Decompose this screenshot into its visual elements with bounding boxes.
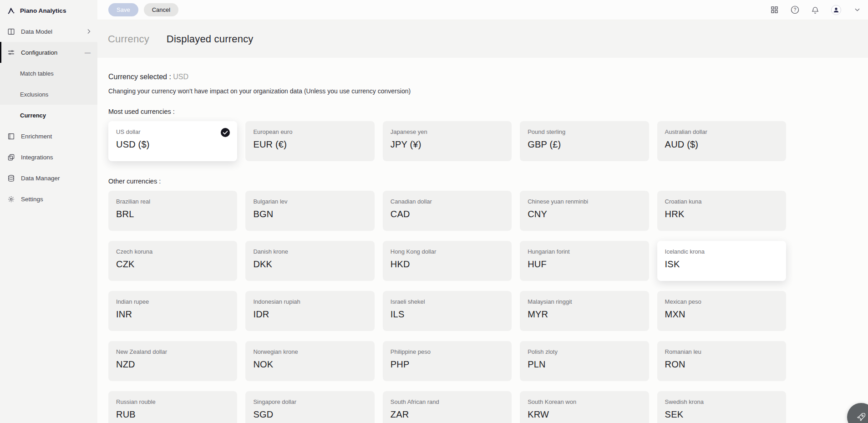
sidebar-item-label: Integrations xyxy=(21,154,53,161)
currency-card[interactable]: Bulgarian lev BGN xyxy=(245,191,374,231)
currency-card[interactable]: Canadian dollar CAD xyxy=(383,191,512,231)
sidebar-item-label: Data Model xyxy=(21,28,52,35)
sliders-icon xyxy=(7,49,15,56)
content: Currency selected : USD Changing your cu… xyxy=(97,58,868,423)
currency-code-label: HKD xyxy=(391,259,504,270)
currency-card[interactable]: Croatian kuna HRK xyxy=(657,191,786,231)
currency-name-label: Romanian leu xyxy=(665,348,779,355)
currency-card[interactable]: Mexican peso MXN xyxy=(657,291,786,331)
currency-card[interactable]: Icelandic krona ISK xyxy=(657,241,786,281)
sidebar-item-label: Settings xyxy=(21,196,43,203)
panel-icon xyxy=(7,133,15,140)
currency-card[interactable]: Israeli shekel ILS xyxy=(383,291,512,331)
currency-card[interactable]: Japanese yen JPY (¥) xyxy=(383,121,512,161)
sidebar-item-integrations[interactable]: Integrations xyxy=(0,147,97,168)
currency-card[interactable]: Norwegian krone NOK xyxy=(245,341,374,381)
currency-code-label: NOK xyxy=(253,359,367,370)
most-used-grid: US dollar USD ($) European euro EUR (€) … xyxy=(108,121,786,161)
currency-name-label: Icelandic krona xyxy=(665,248,779,255)
currency-card[interactable]: South African rand ZAR xyxy=(383,391,512,423)
currency-code-label: RUB xyxy=(116,409,230,420)
currency-code-label: ZAR xyxy=(391,409,504,420)
cancel-button[interactable]: Cancel xyxy=(144,3,178,16)
currency-name-label: Pound sterling xyxy=(528,128,641,135)
currency-code-label: MXN xyxy=(665,309,779,320)
currency-card[interactable]: Hong Kong dollar HKD xyxy=(383,241,512,281)
currency-code-label: ILS xyxy=(391,309,504,320)
sidebar-item-currency[interactable]: Currency xyxy=(0,105,97,126)
tab-displayed-currency[interactable]: Displayed currency xyxy=(167,33,254,45)
currency-code-label: PHP xyxy=(391,359,504,370)
currency-code-label: AUD ($) xyxy=(665,139,779,150)
currency-card[interactable]: South Korean won KRW xyxy=(520,391,649,423)
currency-card[interactable]: Swedish krona SEK xyxy=(657,391,786,423)
save-button[interactable]: Save xyxy=(108,3,138,16)
currency-name-label: Czech koruna xyxy=(116,248,230,255)
currency-card[interactable]: Australian dollar AUD ($) xyxy=(657,121,786,161)
tab-bar: Currency Displayed currency xyxy=(97,20,868,58)
gear-icon xyxy=(7,195,15,203)
other-currencies-label: Other currencies : xyxy=(108,178,786,185)
sidebar-item-data-model[interactable]: Data Model xyxy=(0,21,97,42)
currency-code-label: NZD xyxy=(116,359,230,370)
currency-name-label: Norwegian krone xyxy=(253,348,367,355)
currency-name-label: US dollar xyxy=(116,128,230,135)
currency-card[interactable]: Malaysian ringgit MYR xyxy=(520,291,649,331)
currency-name-label: Mexican peso xyxy=(665,298,779,305)
sidebar-item-label: Configuration xyxy=(21,49,57,56)
currency-card[interactable]: Polish zloty PLN xyxy=(520,341,649,381)
help-icon[interactable]: ? xyxy=(790,5,799,15)
currency-card[interactable]: Singapore dollar SGD xyxy=(245,391,374,423)
currency-card[interactable]: Philippine peso PHP xyxy=(383,341,512,381)
topbar: Save Cancel ? xyxy=(97,0,868,20)
sidebar-item-match-tables[interactable]: Match tables xyxy=(0,63,97,84)
notifications-bell-icon[interactable] xyxy=(811,5,820,15)
currency-name-label: Swedish krona xyxy=(665,398,779,405)
currency-card[interactable]: Pound sterling GBP (£) xyxy=(520,121,649,161)
chevron-down-icon[interactable] xyxy=(853,5,862,15)
currency-card[interactable]: Chinese yuan renminbi CNY xyxy=(520,191,649,231)
currency-name-label: Philippine peso xyxy=(391,348,504,355)
svg-text:?: ? xyxy=(793,7,796,12)
currency-name-label: Indian rupee xyxy=(116,298,230,305)
apps-grid-icon[interactable] xyxy=(770,5,779,15)
currency-name-label: Singapore dollar xyxy=(253,398,367,405)
currency-name-label: Croatian kuna xyxy=(665,198,779,205)
currency-name-label: Chinese yuan renminbi xyxy=(528,198,641,205)
app-title: Piano Analytics xyxy=(20,7,66,14)
sidebar-item-enrichment[interactable]: Enrichment xyxy=(0,126,97,147)
currency-selected-label: Currency selected : xyxy=(108,73,171,81)
currency-code-label: EUR (€) xyxy=(253,139,367,150)
sidebar-item-data-manager[interactable]: Data Manager xyxy=(0,168,97,189)
currency-code-label: CNY xyxy=(528,209,641,219)
currency-card[interactable]: European euro EUR (€) xyxy=(245,121,374,161)
tab-currency[interactable]: Currency xyxy=(108,33,149,45)
currency-card[interactable]: Brazilian real BRL xyxy=(108,191,237,231)
sidebar-item-configuration[interactable]: Configuration — xyxy=(0,42,97,63)
app-logo[interactable]: Piano Analytics xyxy=(0,0,97,21)
currency-code-label: USD ($) xyxy=(116,139,230,150)
currency-card[interactable]: New Zealand dollar NZD xyxy=(108,341,237,381)
main-area: Save Cancel ? xyxy=(97,0,868,423)
currency-name-label: South Korean won xyxy=(528,398,641,405)
sidebar-item-settings[interactable]: Settings xyxy=(0,189,97,209)
currency-name-label: New Zealand dollar xyxy=(116,348,230,355)
overlapping-squares-icon xyxy=(7,153,15,161)
sidebar-item-exclusions[interactable]: Exclusions xyxy=(0,84,97,105)
currency-card[interactable]: Indian rupee INR xyxy=(108,291,237,331)
currency-card[interactable]: Czech koruna CZK xyxy=(108,241,237,281)
currency-card[interactable]: Romanian leu RON xyxy=(657,341,786,381)
sidebar-subitem-label: Match tables xyxy=(20,70,54,77)
currency-card[interactable]: US dollar USD ($) xyxy=(108,121,237,161)
currency-card[interactable]: Danish krone DKK xyxy=(245,241,374,281)
currency-name-label: Hong Kong dollar xyxy=(391,248,504,255)
currency-code-label: BRL xyxy=(116,209,230,219)
currency-name-label: Japanese yen xyxy=(391,128,504,135)
currency-name-label: Australian dollar xyxy=(665,128,779,135)
currency-card[interactable]: Indonesian rupiah IDR xyxy=(245,291,374,331)
currency-card[interactable]: Hungarian forint HUF xyxy=(520,241,649,281)
currency-code-label: KRW xyxy=(528,409,641,420)
currency-card[interactable]: Russian rouble RUB xyxy=(108,391,237,423)
topbar-right: ? xyxy=(770,5,862,15)
account-avatar[interactable] xyxy=(831,5,841,15)
